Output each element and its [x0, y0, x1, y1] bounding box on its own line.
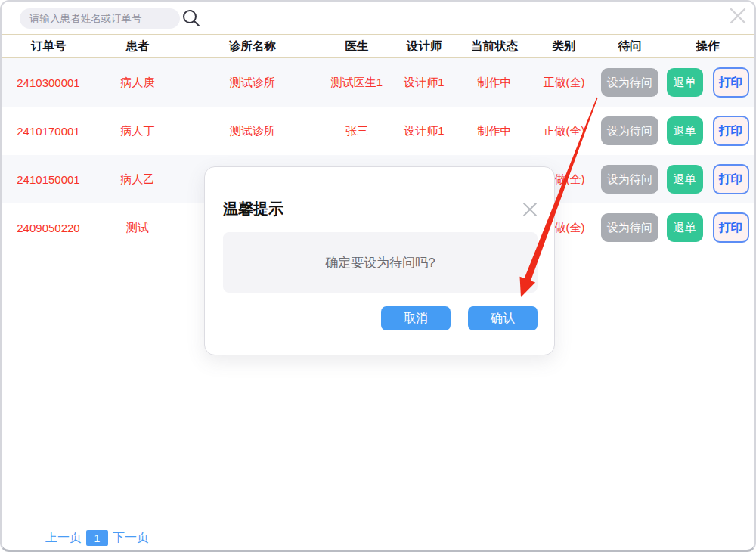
confirm-button[interactable]: 确认 — [468, 306, 538, 330]
search-bar — [2, 2, 754, 35]
pagination: 上一页 1 下一页 — [45, 530, 149, 546]
cell-clinic: 测试诊所 — [180, 76, 325, 90]
return-order-button[interactable]: 退单 — [667, 165, 703, 194]
table-header-cell: 类别 — [529, 39, 599, 54]
cell-order-no: 2410150001 — [2, 173, 95, 186]
search-icon[interactable] — [181, 8, 201, 28]
cancel-button[interactable]: 取消 — [381, 306, 451, 330]
set-wait-button[interactable]: 设为待问 — [601, 165, 658, 194]
dialog-close-icon[interactable] — [522, 202, 538, 217]
cell-operations: 退单 打印 — [661, 116, 754, 146]
prev-page-button[interactable]: 上一页 — [45, 530, 82, 546]
return-order-button[interactable]: 退单 — [667, 116, 703, 145]
cell-doctor: 张三 — [325, 124, 389, 138]
cell-wait-action: 设为待问 — [599, 68, 661, 97]
cell-patient: 病人庚 — [95, 76, 180, 90]
table-header-cell: 医生 — [325, 39, 389, 54]
cell-operations: 退单 打印 — [661, 212, 754, 243]
cell-order-no: 2410300001 — [2, 76, 95, 89]
orders-panel: 订单号患者诊所名称医生设计师当前状态类别待问操作 2410300001 病人庚 … — [0, 0, 756, 552]
print-button[interactable]: 打印 — [713, 116, 749, 146]
table-row: 2410170001 病人丁 测试诊所 张三 设计师1 制作中 正做(全) 设为… — [2, 107, 754, 155]
set-wait-button[interactable]: 设为待问 — [601, 116, 658, 145]
cell-category: 正做(全) — [529, 124, 599, 138]
cell-operations: 退单 打印 — [661, 164, 754, 194]
cell-wait-action: 设为待问 — [599, 116, 661, 145]
dialog-footer: 取消 确认 — [381, 306, 538, 330]
set-wait-button[interactable]: 设为待问 — [601, 68, 658, 97]
cell-designer: 设计师1 — [389, 124, 460, 138]
cell-designer: 设计师1 — [389, 76, 460, 90]
set-wait-button[interactable]: 设为待问 — [601, 213, 658, 242]
cell-clinic: 测试诊所 — [180, 124, 325, 138]
table-header-cell: 患者 — [95, 39, 180, 54]
return-order-button[interactable]: 退单 — [667, 68, 703, 97]
dialog-message: 确定要设为待问吗? — [325, 254, 435, 271]
table-header-cell: 订单号 — [2, 39, 95, 54]
cell-patient: 病人丁 — [95, 124, 180, 138]
cell-wait-action: 设为待问 — [599, 165, 661, 194]
cell-order-no: 2410170001 — [2, 125, 95, 138]
close-icon[interactable] — [729, 7, 747, 25]
print-button[interactable]: 打印 — [713, 67, 749, 98]
cell-doctor: 测试医生1 — [325, 76, 389, 90]
table-header-cell: 设计师 — [389, 39, 460, 54]
print-button[interactable]: 打印 — [713, 164, 749, 194]
next-page-button[interactable]: 下一页 — [113, 530, 149, 546]
cell-wait-action: 设为待问 — [599, 213, 661, 242]
table-header-cell: 操作 — [661, 39, 754, 54]
search-input[interactable] — [20, 8, 180, 29]
table-header-cell: 待问 — [599, 39, 661, 54]
cell-operations: 退单 打印 — [661, 67, 754, 98]
table-row: 2410300001 病人庚 测试诊所 测试医生1 设计师1 制作中 正做(全)… — [2, 58, 754, 107]
cell-order-no: 2409050220 — [2, 222, 95, 234]
print-button[interactable]: 打印 — [713, 212, 749, 243]
table-header-cell: 当前状态 — [460, 39, 529, 54]
dialog-message-box: 确定要设为待问吗? — [223, 232, 538, 293]
cell-status: 制作中 — [460, 76, 529, 90]
cell-patient: 测试 — [95, 221, 180, 235]
return-order-button[interactable]: 退单 — [667, 213, 703, 242]
cell-category: 正做(全) — [529, 76, 599, 90]
current-page[interactable]: 1 — [86, 530, 108, 546]
confirm-dialog: 温馨提示 确定要设为待问吗? 取消 确认 — [204, 166, 555, 355]
cell-patient: 病人乙 — [95, 172, 180, 187]
table-header-cell: 诊所名称 — [180, 39, 325, 54]
dialog-title: 温馨提示 — [223, 199, 284, 219]
table-header-row: 订单号患者诊所名称医生设计师当前状态类别待问操作 — [2, 35, 754, 58]
cell-status: 制作中 — [460, 124, 529, 138]
